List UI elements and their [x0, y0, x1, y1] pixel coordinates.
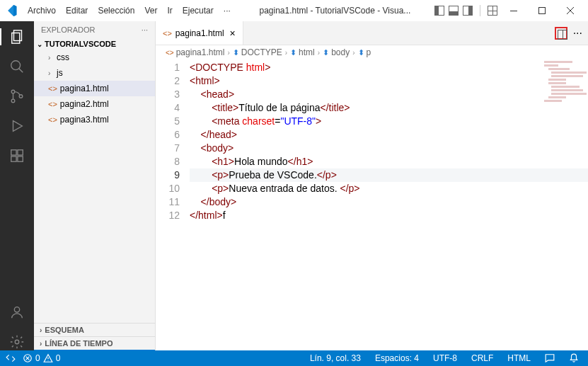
- status-remote[interactable]: [6, 353, 16, 363]
- svg-rect-3: [12, 33, 20, 44]
- svg-point-12: [14, 307, 19, 312]
- status-encoding[interactable]: UTF-8: [430, 353, 461, 363]
- section-label: ESQUEMA: [45, 326, 84, 334]
- svg-point-5: [11, 90, 15, 93]
- account-icon[interactable]: [8, 304, 25, 321]
- layout-left-icon[interactable]: [434, 6, 444, 16]
- menu-overflow-icon[interactable]: ···: [219, 6, 236, 16]
- layout-right-icon[interactable]: [463, 6, 473, 16]
- section-timeline[interactable]: › LÍNEA DE TIEMPO: [34, 336, 155, 350]
- html-file-icon: <>: [163, 29, 172, 38]
- layout-bottom-icon[interactable]: [449, 6, 459, 16]
- minimap[interactable]: [544, 61, 587, 110]
- menu-selección[interactable]: Selección: [93, 6, 139, 16]
- folder-label: css: [57, 52, 69, 62]
- settings-icon[interactable]: [8, 333, 25, 350]
- status-bell-icon[interactable]: [565, 353, 582, 363]
- menu-ver[interactable]: Ver: [139, 6, 162, 16]
- svg-rect-9: [18, 150, 23, 155]
- sidebar: EXPLORADOR ··· ⌄ TUTORIALVSCODE ›css›js<…: [34, 21, 156, 350]
- html-file-icon: <>: [48, 100, 57, 108]
- titlebar: ArchivoEditarSelecciónVerIrEjecutar ··· …: [0, 0, 588, 21]
- search-icon[interactable]: [8, 58, 25, 75]
- svg-rect-8: [11, 150, 16, 155]
- svg-point-7: [19, 95, 23, 98]
- close-icon[interactable]: ×: [230, 28, 236, 39]
- code-area[interactable]: 123456789101112 <DOCTYPE html><html> <he…: [156, 59, 588, 350]
- svg-rect-10: [11, 156, 16, 161]
- chevron-right-icon: ›: [40, 326, 42, 334]
- folder-js[interactable]: ›js: [34, 65, 155, 81]
- svg-point-4: [11, 61, 21, 70]
- chevron-right-icon: ›: [40, 340, 42, 348]
- tab-label: pagina1.html: [175, 28, 224, 38]
- layout-grid-icon[interactable]: [488, 6, 497, 16]
- svg-rect-2: [14, 30, 22, 41]
- svg-rect-0: [510, 11, 517, 11]
- tag-icon: ⬍: [358, 48, 364, 57]
- split-editor-button[interactable]: [555, 27, 567, 40]
- menu-archivo[interactable]: Archivo: [23, 6, 61, 16]
- editor-more-icon[interactable]: ···: [573, 27, 582, 40]
- tag-icon: ⬍: [233, 48, 239, 57]
- status-lang[interactable]: HTML: [504, 353, 534, 363]
- status-problems[interactable]: 0 0: [23, 353, 60, 363]
- file-pagina3-html[interactable]: <>pagina3.html: [34, 112, 155, 127]
- sidebar-more-icon[interactable]: ···: [142, 25, 148, 34]
- close-button[interactable]: [558, 1, 582, 20]
- tag-icon: ⬍: [290, 48, 296, 57]
- folder-label: js: [57, 68, 63, 78]
- svg-rect-11: [18, 156, 23, 161]
- window-title: pagina1.html - TutorialVSCode - Visua...: [236, 6, 434, 16]
- file-pagina1-html[interactable]: <>pagina1.html: [34, 81, 155, 96]
- gutter: 123456789101112: [156, 61, 190, 350]
- tabs: <> pagina1.html × ···: [156, 21, 588, 45]
- code-lines[interactable]: <DOCTYPE html><html> <head> <title>Títul…: [190, 61, 588, 350]
- breadcrumb[interactable]: <>pagina1.html › ⬍DOCTYPE › ⬍html › ⬍bod…: [156, 45, 588, 59]
- menu-ejecutar[interactable]: Ejecutar: [178, 6, 219, 16]
- extensions-icon[interactable]: [8, 147, 25, 164]
- section-label: LÍNEA DE TIEMPO: [45, 339, 113, 348]
- minimize-button[interactable]: [502, 1, 526, 20]
- section-outline[interactable]: › ESQUEMA: [34, 323, 155, 336]
- menu-ir[interactable]: Ir: [162, 6, 177, 16]
- editor: <> pagina1.html × ··· <>pagina1.html › ⬍…: [156, 21, 588, 350]
- vscode-logo-icon: [6, 5, 17, 16]
- html-file-icon: <>: [166, 49, 174, 57]
- file-label: pagina1.html: [60, 84, 109, 93]
- file-pagina2-html[interactable]: <>pagina2.html: [34, 96, 155, 112]
- chevron-down-icon: ⌄: [37, 40, 42, 48]
- explorer-icon[interactable]: [0, 28, 34, 45]
- sidebar-title: EXPLORADOR: [41, 25, 95, 34]
- chevron-right-icon: ›: [48, 69, 57, 77]
- separator: [480, 5, 480, 16]
- maximize-button[interactable]: [530, 1, 554, 20]
- svg-point-13: [15, 340, 19, 344]
- chevron-right-icon: ›: [48, 54, 57, 62]
- root-label: TUTORIALVSCODE: [45, 40, 116, 48]
- tag-icon: ⬍: [323, 48, 329, 57]
- html-file-icon: <>: [48, 115, 57, 124]
- folder-css[interactable]: ›css: [34, 50, 155, 65]
- sidebar-header: EXPLORADOR ···: [34, 21, 155, 38]
- status-spaces[interactable]: Espacios: 4: [371, 353, 422, 363]
- file-label: pagina2.html: [60, 99, 109, 109]
- titlebar-right: [434, 1, 582, 20]
- html-file-icon: <>: [48, 84, 57, 93]
- status-feedback-icon[interactable]: [541, 353, 558, 363]
- source-control-icon[interactable]: [8, 88, 25, 105]
- tree-root[interactable]: ⌄ TUTORIALVSCODE: [34, 38, 155, 50]
- tab-pagina1[interactable]: <> pagina1.html ×: [156, 21, 243, 45]
- menu-editar[interactable]: Editar: [61, 6, 93, 16]
- statusbar: 0 0 Lín. 9, col. 33 Espacios: 4 UTF-8 CR…: [0, 350, 588, 366]
- svg-rect-1: [539, 8, 546, 14]
- status-cursor[interactable]: Lín. 9, col. 33: [306, 353, 364, 363]
- svg-point-6: [11, 99, 15, 103]
- activity-bar: [0, 21, 34, 350]
- file-label: pagina3.html: [60, 115, 109, 125]
- debug-icon[interactable]: [8, 118, 25, 135]
- status-eol[interactable]: CRLF: [468, 353, 497, 363]
